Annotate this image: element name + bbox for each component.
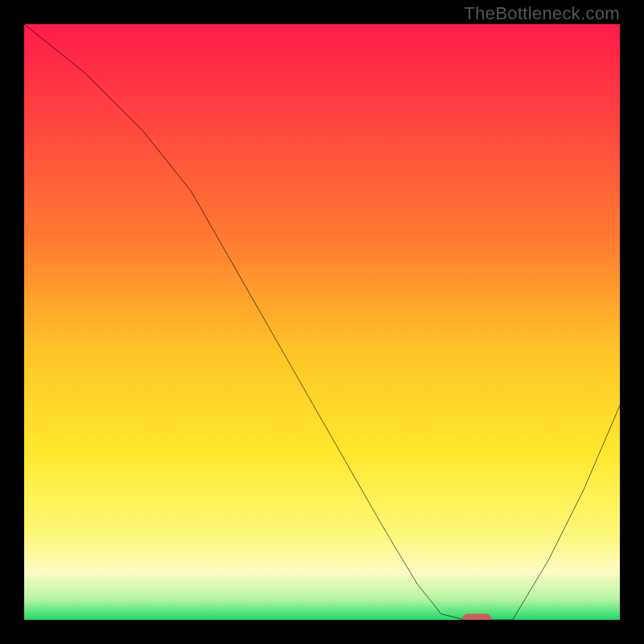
watermark-text: TheBottleneck.com (464, 3, 620, 24)
bottleneck-chart (24, 24, 620, 620)
gradient-background (24, 24, 620, 620)
optimal-marker (462, 614, 492, 620)
chart-frame: TheBottleneck.com (0, 0, 644, 644)
